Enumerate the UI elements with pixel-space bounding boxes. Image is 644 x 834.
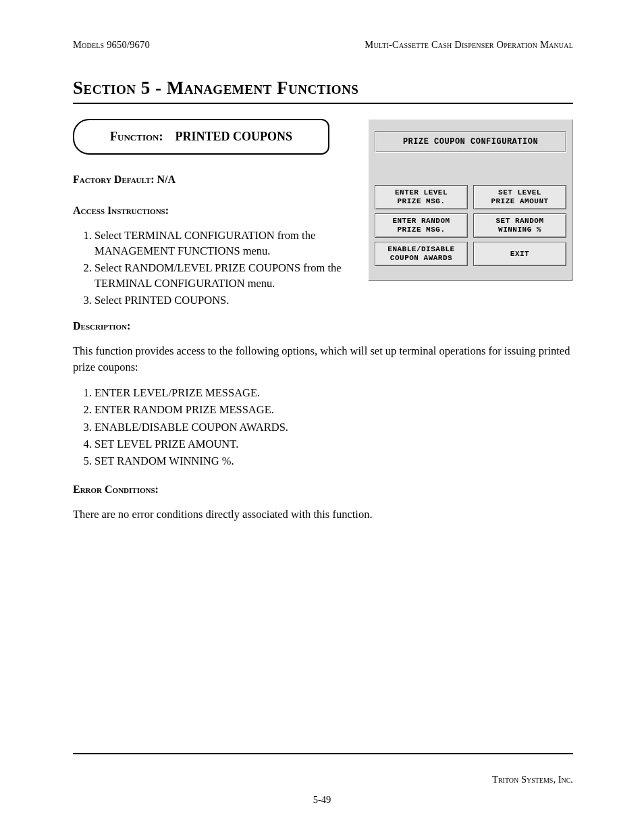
access-step: Select TERMINAL CONFIGURATION from the M… (95, 228, 356, 259)
screen-button-enter-random-prize-msg[interactable]: ENTER RANDOM PRIZE MSG. (375, 213, 468, 238)
nbsp (166, 130, 172, 143)
screen-button-grid: ENTER LEVEL PRIZE MSG. SET LEVEL PRIZE A… (375, 185, 566, 266)
description-label: Description: (73, 320, 573, 332)
section-title: Section 5 - Management Functions (73, 78, 573, 99)
access-steps-list: Select TERMINAL CONFIGURATION from the M… (73, 228, 356, 308)
description-option: SET RANDOM WINNING %. (95, 453, 573, 469)
description-option: ENABLE/DISABLE COUPON AWARDS. (95, 419, 573, 435)
access-label: Access Instructions: (73, 205, 356, 217)
left-column: Factory Default: N/A Access Instructions… (73, 174, 356, 308)
terminal-screenshot: PRIZE COUPON CONFIGURATION ENTER LEVEL P… (368, 119, 573, 281)
screen-button-enter-level-prize-msg[interactable]: ENTER LEVEL PRIZE MSG. (375, 185, 468, 209)
screen-title: PRIZE COUPON CONFIGURATION (375, 131, 566, 153)
factory-default-label: Factory Default: (73, 174, 155, 185)
page-number: 5-49 (0, 794, 644, 806)
access-step: Select RANDOM/LEVEL PRIZE COUPONS from t… (95, 260, 356, 291)
screen-button-set-random-winning-pct[interactable]: SET RANDOM WINNING % (473, 213, 566, 238)
description-option: SET LEVEL PRIZE AMOUNT. (95, 436, 573, 452)
function-box: Function: PRINTED COUPONS (73, 119, 329, 155)
title-rule (73, 103, 573, 104)
content-wrap: Function: PRINTED COUPONS Factory Defaul… (73, 119, 573, 308)
function-value: PRINTED COUPONS (175, 130, 292, 143)
function-label: Function: (110, 130, 163, 143)
access-step: Select PRINTED COUPONS. (95, 292, 356, 308)
header-right: Multi-Cassette Cash Dispenser Operation … (365, 39, 573, 51)
factory-default-value: N/A (157, 174, 176, 185)
description-options-list: ENTER LEVEL/PRIZE MESSAGE. ENTER RANDOM … (73, 385, 573, 468)
running-header: Models 9650/9670 Multi-Cassette Cash Dis… (73, 39, 573, 51)
description-option: ENTER RANDOM PRIZE MESSAGE. (95, 402, 573, 417)
description-text: This function provides access to the fol… (73, 343, 573, 375)
description-option: ENTER LEVEL/PRIZE MESSAGE. (95, 385, 573, 400)
footer-rule (73, 753, 573, 754)
screen-button-set-level-prize-amount[interactable]: SET LEVEL PRIZE AMOUNT (473, 185, 566, 209)
document-page: Models 9650/9670 Multi-Cassette Cash Dis… (0, 0, 644, 834)
error-text: There are no error conditions directly a… (73, 506, 573, 523)
factory-default-line: Factory Default: N/A (73, 174, 356, 186)
screen-button-exit[interactable]: EXIT (473, 242, 566, 266)
screen-button-enable-disable-coupon-awards[interactable]: ENABLE/DISABLE COUPON AWARDS (375, 242, 468, 266)
error-label: Error Conditions: (73, 484, 573, 496)
footer-company: Triton Systems, Inc. (492, 774, 573, 785)
header-left: Models 9650/9670 (73, 39, 150, 51)
